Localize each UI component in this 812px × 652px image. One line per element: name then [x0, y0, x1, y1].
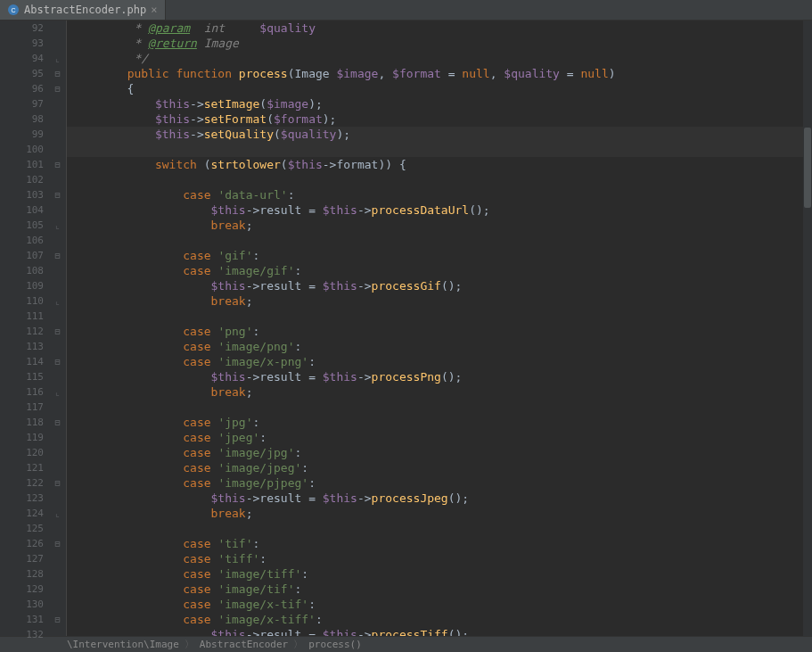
- fold-marker: [49, 233, 66, 248]
- line-number: 100: [18, 142, 49, 157]
- chevron-right-icon: 〉: [293, 638, 303, 651]
- close-icon[interactable]: ×: [151, 4, 157, 16]
- fold-marker[interactable]: ⊟: [49, 81, 66, 96]
- fold-marker[interactable]: ⊟: [49, 324, 66, 339]
- line-number: 98: [18, 111, 49, 127]
- fold-marker[interactable]: ⊟: [49, 66, 66, 81]
- fold-marker: [49, 111, 66, 127]
- code-line[interactable]: $this->setImage($image);: [67, 96, 812, 111]
- fold-marker: [49, 369, 66, 384]
- code-line[interactable]: switch (strtolower($this->format)) {: [67, 157, 812, 172]
- code-area[interactable]: * @param int $quality * @return Image */…: [67, 21, 812, 636]
- fold-marker: [49, 460, 66, 475]
- fold-marker[interactable]: ⊟: [49, 612, 66, 627]
- code-line[interactable]: $this->result = $this->processDataUrl();: [67, 202, 812, 218]
- line-number: 94: [18, 51, 49, 66]
- fold-marker[interactable]: ⊟: [49, 536, 66, 551]
- fold-marker[interactable]: ⌞: [49, 293, 66, 309]
- breadcrumb-class[interactable]: AbstractEncoder: [200, 639, 288, 650]
- breadcrumb-method[interactable]: process(): [308, 639, 362, 650]
- code-line[interactable]: break;: [67, 218, 812, 233]
- code-line[interactable]: */: [67, 51, 812, 66]
- fold-marker: [49, 202, 66, 218]
- line-number: 131: [18, 612, 49, 627]
- fold-marker[interactable]: ⊟: [49, 157, 66, 172]
- code-line[interactable]: $this->result = $this->processPng();: [67, 369, 812, 384]
- code-line[interactable]: [67, 309, 812, 324]
- code-line[interactable]: public function process(Image $image, $f…: [67, 66, 812, 81]
- fold-marker[interactable]: ⌞: [49, 218, 66, 233]
- code-line[interactable]: [67, 172, 812, 187]
- code-line[interactable]: [67, 521, 812, 536]
- code-line[interactable]: break;: [67, 506, 812, 521]
- code-line[interactable]: case 'image/tiff':: [67, 566, 812, 582]
- code-line[interactable]: [67, 142, 812, 157]
- code-line[interactable]: case 'image/tif':: [67, 582, 812, 597]
- line-number: 117: [18, 400, 49, 415]
- code-line[interactable]: case 'image/gif':: [67, 263, 812, 278]
- editor: 9293949596979899100101102103104105106107…: [0, 21, 812, 636]
- line-number: 123: [18, 491, 49, 506]
- fold-marker: [49, 142, 66, 157]
- breadcrumb-namespace[interactable]: \Intervention\Image: [67, 639, 179, 650]
- line-number: 129: [18, 582, 49, 597]
- fold-marker[interactable]: ⊟: [49, 354, 66, 369]
- line-number: 118: [18, 415, 49, 430]
- fold-marker[interactable]: ⌞: [49, 506, 66, 521]
- fold-marker[interactable]: ⊟: [49, 187, 66, 202]
- line-number: 119: [18, 430, 49, 445]
- code-line[interactable]: case 'gif':: [67, 248, 812, 263]
- code-line[interactable]: break;: [67, 293, 812, 309]
- file-tab[interactable]: C AbstractEncoder.php ×: [0, 0, 166, 20]
- fold-marker[interactable]: ⌞: [49, 51, 66, 66]
- code-line[interactable]: case 'tif':: [67, 536, 812, 551]
- code-line[interactable]: [67, 400, 812, 415]
- fold-marker: [49, 278, 66, 293]
- fold-marker: [49, 263, 66, 278]
- code-line[interactable]: case 'image/jpg':: [67, 445, 812, 460]
- code-line[interactable]: break;: [67, 384, 812, 400]
- code-line[interactable]: case 'image/pjpeg':: [67, 475, 812, 491]
- fold-marker: [49, 172, 66, 187]
- code-line[interactable]: case 'image/jpeg':: [67, 460, 812, 475]
- code-line[interactable]: case 'image/x-tiff':: [67, 612, 812, 627]
- code-line[interactable]: case 'image/x-png':: [67, 354, 812, 369]
- code-line[interactable]: $this->result = $this->processJpeg();: [67, 491, 812, 506]
- line-number: 116: [18, 384, 49, 400]
- vertical-scrollbar[interactable]: [803, 21, 812, 636]
- code-line[interactable]: case 'data-url':: [67, 187, 812, 202]
- code-line[interactable]: case 'png':: [67, 324, 812, 339]
- fold-marker[interactable]: ⊟: [49, 475, 66, 491]
- line-number: 126: [18, 536, 49, 551]
- breadcrumb[interactable]: \Intervention\Image 〉 AbstractEncoder 〉 …: [0, 636, 812, 652]
- fold-marker[interactable]: ⌞: [49, 384, 66, 400]
- fold-gutter[interactable]: ⌞⊟⊟⊟⊟⌞⊟⌞⊟⊟⌞⊟⊟⌞⊟⊟: [49, 21, 67, 636]
- line-number: 111: [18, 309, 49, 324]
- code-line[interactable]: * @param int $quality: [67, 21, 812, 36]
- fold-marker: [49, 36, 66, 51]
- code-line[interactable]: $this->result = $this->processGif();: [67, 278, 812, 293]
- scrollbar-thumb[interactable]: [804, 128, 811, 208]
- code-line[interactable]: {: [67, 81, 812, 96]
- code-line[interactable]: * @return Image: [67, 36, 812, 51]
- code-line[interactable]: case 'tiff':: [67, 551, 812, 566]
- tab-filename: AbstractEncoder.php: [24, 4, 146, 16]
- code-line[interactable]: $this->result = $this->processTiff();: [67, 627, 812, 636]
- code-line[interactable]: [67, 233, 812, 248]
- code-line[interactable]: $this->setFormat($format);: [67, 111, 812, 127]
- code-line[interactable]: case 'jpeg':: [67, 430, 812, 445]
- code-line[interactable]: $this->setQuality($quality);: [67, 127, 812, 142]
- fold-marker[interactable]: ⊟: [49, 248, 66, 263]
- fold-marker: [49, 400, 66, 415]
- line-number: 107: [18, 248, 49, 263]
- code-line[interactable]: case 'image/x-tif':: [67, 597, 812, 612]
- line-number: 101: [18, 157, 49, 172]
- line-number-gutter[interactable]: 9293949596979899100101102103104105106107…: [18, 21, 49, 636]
- code-line[interactable]: case 'image/png':: [67, 339, 812, 354]
- line-number: 114: [18, 354, 49, 369]
- fold-marker: [49, 21, 66, 36]
- code-line[interactable]: case 'jpg':: [67, 415, 812, 430]
- fold-marker[interactable]: ⊟: [49, 415, 66, 430]
- line-number: 124: [18, 506, 49, 521]
- line-number: 106: [18, 233, 49, 248]
